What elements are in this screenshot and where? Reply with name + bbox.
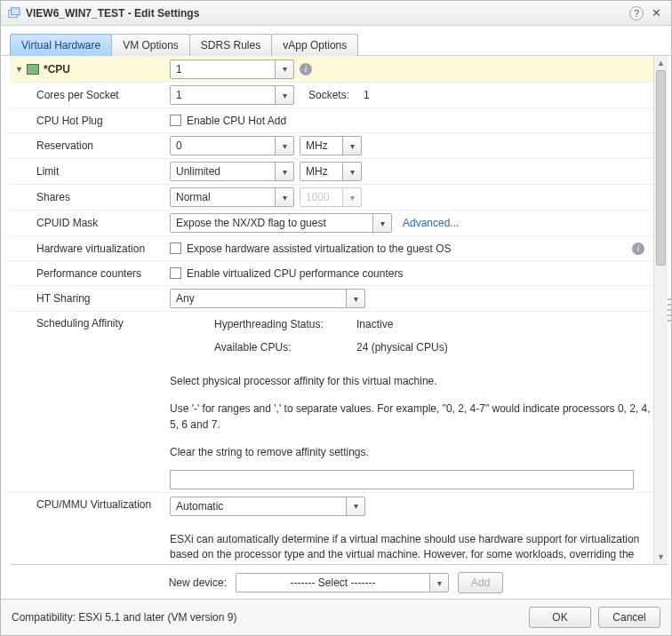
sched-label: Scheduling Affinity [10,312,170,330]
new-device-row: New device: ------- Select ------- Add [1,565,671,599]
hotplug-checkbox[interactable]: Enable CPU Hot Add [170,115,286,127]
tab-vm-options[interactable]: VM Options [111,34,190,56]
reservation-label: Reservation [10,139,170,152]
scroll-thumb[interactable] [656,70,666,266]
sockets-label: Sockets: [308,89,349,101]
cancel-button[interactable]: Cancel [598,607,660,628]
htstatus-value: Inactive [356,318,393,330]
tabbar: Virtual Hardware VM Options SDRS Rules v… [1,26,671,56]
sched-help3: Clear the string to remove affinity sett… [170,441,660,464]
tab-sdrs-rules[interactable]: SDRS Rules [189,34,272,56]
reservation-select[interactable]: 0 [170,136,294,155]
cpuid-label: CPUID Mask [10,217,170,229]
cpu-device-icon [27,64,39,75]
tab-vapp-options[interactable]: vApp Options [271,34,358,56]
perf-label: Performance counters [10,267,170,280]
titlebar: VIEW6_WIN7_TEST - Edit Settings ? ✕ [1,1,671,26]
ok-button[interactable]: OK [529,607,591,628]
affinity-input[interactable] [170,470,634,489]
limit-label: Limit [10,165,170,178]
scrollbar[interactable]: ▲ ▼ [653,56,668,564]
limit-select[interactable]: Unlimited [170,162,294,181]
hwvirt-label: Hardware virtualization [10,242,170,255]
sched-help2: Use '-' for ranges and ',' to separate v… [170,398,660,436]
cores-select[interactable]: 1 [170,85,294,105]
compatibility-text: Compatibility: ESXi 5.1 and later (VM ve… [12,611,529,624]
footer: Compatibility: ESXi 5.1 and later (VM ve… [1,599,671,635]
close-icon[interactable]: ✕ [649,6,664,20]
mmu-select[interactable]: Automatic [170,497,365,516]
mmu-label: CPU/MMU Virtualization [10,493,170,513]
cpuid-advanced-link[interactable]: Advanced... [403,217,459,229]
info-icon[interactable]: i [632,242,644,255]
cpu-count-select[interactable]: 1 [170,60,294,79]
settings-panel: ▾ *CPU 1 i Cores per Socket [10,56,668,564]
availcpu-label: Available CPUs: [214,341,356,354]
perf-checkbox[interactable]: Enable virtualized CPU performance count… [170,267,403,280]
htsharing-select[interactable]: Any [170,289,365,308]
info-icon[interactable]: i [300,63,312,76]
vm-stack-icon [8,7,20,20]
reservation-unit-select[interactable]: MHz [300,136,362,155]
new-device-select[interactable]: ------- Select ------- [236,573,449,592]
scroll-down-icon[interactable]: ▼ [654,550,668,564]
add-button[interactable]: Add [458,572,503,593]
availcpu-value: 24 (physical CPUs) [356,341,448,354]
new-device-label: New device: [169,576,227,589]
sched-help1: Select physical processor affinity for t… [170,370,660,393]
shares-select[interactable]: Normal [170,187,294,207]
shares-value-select: 1000 [300,187,362,207]
htsharing-label: HT Sharing [10,292,170,305]
limit-unit-select[interactable]: MHz [300,162,362,181]
window-title: VIEW6_WIN7_TEST - Edit Settings [26,7,199,20]
hwvirt-checkbox[interactable]: Expose hardware assisted virtualization … [170,242,452,255]
shares-label: Shares [10,191,170,203]
cores-label: Cores per Socket [10,89,170,101]
hotplug-label: CPU Hot Plug [10,115,170,127]
cpu-label: *CPU [44,63,70,76]
collapse-icon[interactable]: ▾ [13,64,24,74]
sockets-value: 1 [364,89,370,101]
help-icon[interactable]: ? [629,6,644,20]
mmu-help1: ESXi can automatically determine if a vi… [170,529,660,564]
tab-virtual-hardware[interactable]: Virtual Hardware [10,34,112,56]
cpuid-select[interactable]: Expose the NX/XD flag to guest [170,213,392,233]
htstatus-label: Hyperthreading Status: [214,318,356,330]
scroll-up-icon[interactable]: ▲ [654,56,668,70]
svg-rect-1 [12,7,20,14]
